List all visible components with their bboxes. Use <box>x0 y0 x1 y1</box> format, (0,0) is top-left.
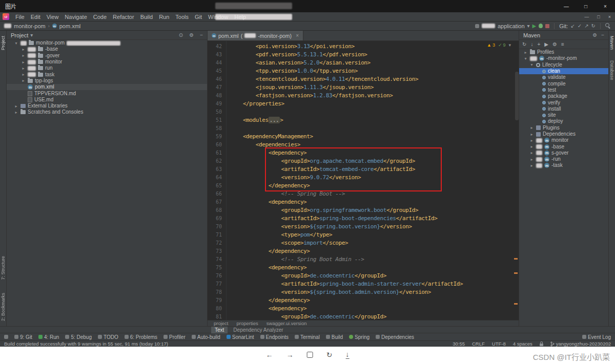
maven-item-validate[interactable]: validate <box>519 74 608 80</box>
run-config-select[interactable]: application <box>498 23 525 29</box>
locate-file-icon[interactable]: ⊙ <box>179 32 183 38</box>
code-line-73[interactable]: 73 </dependency> <box>208 247 519 255</box>
execute-goal-icon[interactable]: ▶ <box>544 41 548 47</box>
statusbar-5-debug[interactable]: 5: Debug <box>65 334 92 340</box>
menu-run[interactable]: Run <box>156 14 172 20</box>
forward-icon[interactable]: → <box>286 351 294 358</box>
project-item-task[interactable]: ▸task <box>7 71 207 77</box>
chevron-icon[interactable]: ▸ <box>529 151 534 155</box>
show-dependencies-icon[interactable]: ≡ <box>561 41 564 47</box>
lock-icon[interactable] <box>540 344 543 346</box>
breadcrumb-swagger-ui-version[interactable]: swagger.ui.version <box>266 320 307 326</box>
commit-icon[interactable]: ✓ <box>578 24 582 29</box>
maven-item-package[interactable]: package <box>519 93 608 99</box>
maven-item-plugins[interactable]: ▸Plugins <box>519 125 608 131</box>
editor-view-tab-dependency-analyzer[interactable]: Dependency Analyzer <box>230 327 286 333</box>
project-item-monitor[interactable]: ▸monitor <box>7 59 207 65</box>
maven-item-install[interactable]: install <box>519 106 608 112</box>
reload-maven-icon[interactable]: ↻ <box>522 41 526 47</box>
maven-settings-gear-icon[interactable]: ⚙ <box>552 41 557 47</box>
stop-button[interactable] <box>545 24 549 28</box>
toolwindow-button-structure[interactable]: 7: Structure <box>1 256 6 280</box>
chevron-icon[interactable]: ▸ <box>21 47 26 52</box>
maven-item-compile[interactable]: compile <box>519 80 608 87</box>
maven-item-clean[interactable]: clean <box>519 68 608 74</box>
chevron-icon[interactable]: ▾ <box>523 56 528 61</box>
maven-item-run[interactable]: ▸m-run <box>519 156 608 162</box>
inspections-widget[interactable]: ▲ 3 ✓ 9 ▾ <box>485 42 512 48</box>
project-item-tppversion-md[interactable]: TPPVERSION.md <box>7 90 207 96</box>
menu-tools[interactable]: Tools <box>172 14 192 20</box>
statusbar-terminal[interactable]: Terminal <box>295 334 320 340</box>
code-line-44[interactable]: 44 <asian.version>5.2.0</asian.version> <box>208 59 519 67</box>
toolwindow-button-bookmarks[interactable]: 2: Bookmarks <box>1 293 6 321</box>
status-30-55[interactable]: 30:55 <box>453 341 465 347</box>
build-status-message[interactable]: Build completed successfully with 9 warn… <box>4 341 168 347</box>
code-line-66[interactable]: 66 <!-- Spring Boot --> <box>208 190 519 198</box>
project-item-gover[interactable]: ▸-gover <box>7 53 207 59</box>
maven-item-dependencies[interactable]: ▸Dependencies <box>519 131 608 137</box>
back-icon[interactable]: ← <box>266 351 273 358</box>
code-area[interactable]: 42 <poi.version>3.13</poi.version>43 <pd… <box>208 41 519 320</box>
scrollbar-warning-mark[interactable] <box>514 272 518 274</box>
chevron-icon[interactable]: ▾ <box>14 41 18 46</box>
chevron-icon[interactable]: ▸ <box>21 60 26 65</box>
chevron-icon[interactable]: ▾ <box>529 62 534 67</box>
menu-file[interactable]: File <box>12 14 28 20</box>
code-line-78[interactable]: 78 <version>${spring.boot.admin.version}… <box>208 288 519 296</box>
project-item-base[interactable]: ▸-base <box>7 46 207 52</box>
code-line-68[interactable]: 68 <groupId>org.springframework.boot</gr… <box>208 206 519 215</box>
maven-item-verify[interactable]: verify <box>519 99 608 105</box>
maven-item-base[interactable]: ▸m-base <box>519 143 608 149</box>
code-line-70[interactable]: 70 <version>${spring.boot.version}</vers… <box>208 223 519 231</box>
save-icon[interactable]: ↓ <box>345 351 349 359</box>
code-line-69[interactable]: 69 <artifactId>spring-boot-dependencies<… <box>208 215 519 223</box>
breadcrumb-project[interactable]: project <box>214 320 229 326</box>
chevron-icon[interactable]: ▸ <box>529 132 534 137</box>
build-hammer-icon[interactable] <box>475 24 479 28</box>
code-line-59[interactable]: 59 <dependencyManagement> <box>208 133 519 141</box>
code-line-46[interactable]: 46 <tencentcloud.version>4.0.11</tencent… <box>208 75 519 83</box>
code-line-71[interactable]: 71 <type>pom</type> <box>208 231 519 239</box>
code-line-45[interactable]: 45 <tpp.version>1.0.0</tpp.version> <box>208 67 519 75</box>
search-icon[interactable] <box>605 23 611 29</box>
code-line-80[interactable]: 80 <dependency> <box>208 305 519 313</box>
status-crlf[interactable]: CRLF <box>472 341 485 347</box>
chevron-icon[interactable]: ▸ <box>21 78 26 83</box>
statusbar-dependencies[interactable]: Dependencies <box>376 334 414 340</box>
statusbar-event-log[interactable]: Event Log <box>582 334 611 340</box>
ide-minimize-button[interactable]: — <box>584 14 589 19</box>
download-sources-icon[interactable]: ↓ <box>530 41 533 47</box>
menu-refactor[interactable]: Refactor <box>110 14 137 20</box>
maven-item-profiles[interactable]: ▸Profiles <box>519 49 608 55</box>
code-line-65[interactable]: 65 </dependency> <box>208 182 519 190</box>
maven-hide-icon[interactable]: − <box>601 32 604 38</box>
maven-settings-icon[interactable]: ⚙ <box>592 32 597 38</box>
menu-git[interactable]: Git <box>192 14 205 20</box>
ide-maximize-button[interactable]: □ <box>597 14 600 19</box>
breadcrumb-properties[interactable]: properties <box>237 320 258 326</box>
maven-item-monitor[interactable]: ▸mmonitor <box>519 137 608 143</box>
menu-view[interactable]: View <box>44 14 62 20</box>
code-line-49[interactable]: 49 </properties> <box>208 100 519 108</box>
code-line-81[interactable]: 81 <groupId>de.codecentric</groupId> <box>208 313 519 320</box>
menu-build[interactable]: Build <box>137 14 156 20</box>
chevron-icon[interactable]: ▸ <box>529 163 534 168</box>
chevron-icon[interactable]: ▸ <box>529 144 534 149</box>
code-line-72[interactable]: 72 <scope>import</scope> <box>208 239 519 247</box>
maven-item-lifecycle[interactable]: ▾Lifecycle <box>519 62 608 68</box>
menu-edit[interactable]: Edit <box>28 14 44 20</box>
code-line-61[interactable]: 61 <dependency> <box>208 149 519 157</box>
statusbar-profiler[interactable]: Profiler <box>163 334 186 340</box>
maven-item-s-gover[interactable]: ▸ms-gover <box>519 150 608 156</box>
update-project-icon[interactable]: ↙ <box>570 24 575 29</box>
statusbar-spring[interactable]: Spring <box>349 334 370 340</box>
code-line-58[interactable]: 58 <box>208 124 519 133</box>
code-line-63[interactable]: 63 <artifactId>tomcat-embed-core</artifa… <box>208 165 519 174</box>
statusbar-auto-build[interactable]: Auto-build <box>192 334 220 340</box>
project-item-run[interactable]: ▸run <box>7 65 207 71</box>
settings-icon[interactable]: ⚙ <box>189 32 194 38</box>
statusbar-9-git[interactable]: 9: Git <box>14 334 32 340</box>
git-branch-widget[interactable]: yangyongzhuo-20230202 <box>550 341 611 347</box>
menu-code[interactable]: Code <box>90 14 110 20</box>
